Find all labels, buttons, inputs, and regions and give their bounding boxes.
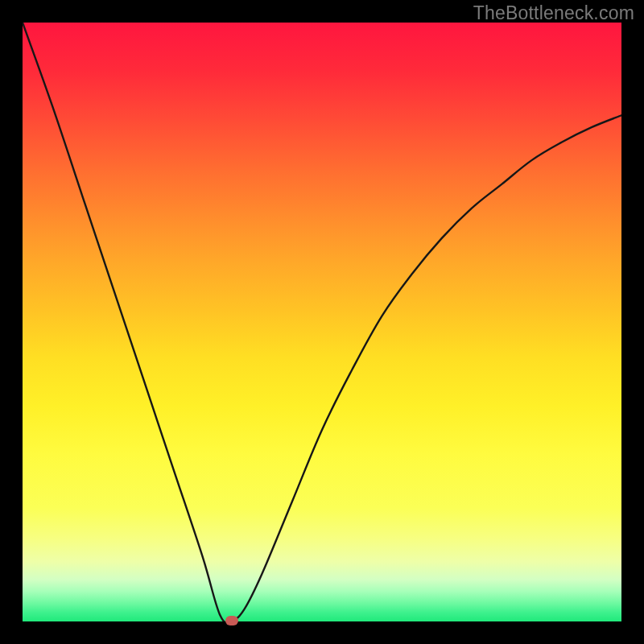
attribution-text: TheBottleneck.com [473,2,634,24]
chart-frame: TheBottleneck.com [0,0,644,644]
bottleneck-curve [23,23,621,621]
minimum-marker [225,616,238,625]
